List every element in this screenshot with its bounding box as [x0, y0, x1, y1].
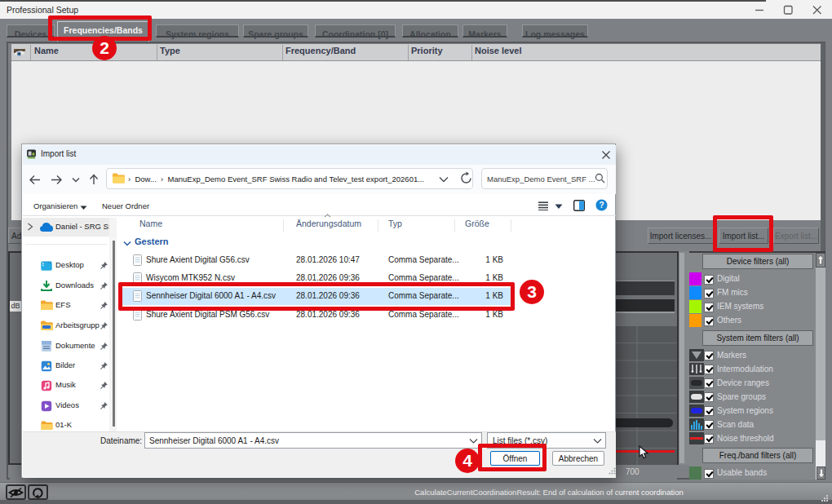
svg-text:?: ? — [599, 201, 604, 210]
